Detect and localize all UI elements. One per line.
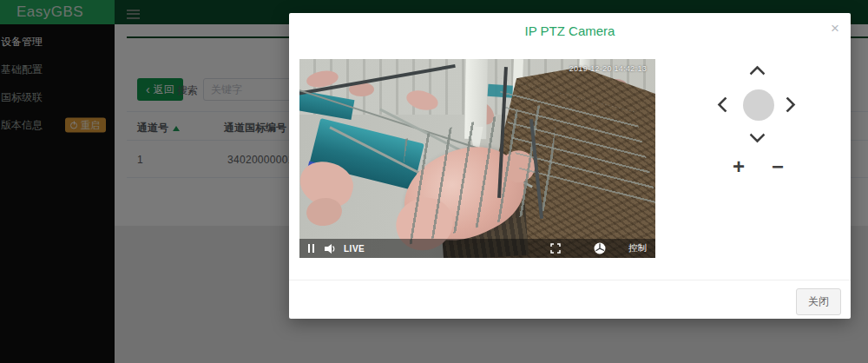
ptz-left-icon[interactable] [717,96,733,112]
ptz-camera-dialog: IP PTZ Camera × [289,13,851,319]
ptz-up-icon[interactable] [749,65,765,81]
dialog-title: IP PTZ Camera [289,13,851,38]
zoom-in-button[interactable]: + [727,156,751,177]
ptz-right-icon[interactable] [779,96,795,112]
ptz-center-knob[interactable] [743,89,774,121]
camera-scene: 2019-12-20 14:42:13 [299,59,655,258]
live-label: LIVE [344,244,365,254]
volume-icon[interactable] [325,244,336,254]
close-icon[interactable]: × [831,21,839,36]
player-control-bar: LIVE 控制 [299,239,655,258]
fullscreen-icon[interactable] [550,243,561,254]
footer-divider [289,280,851,280]
ptz-down-icon[interactable] [749,127,765,142]
snapshot-icon[interactable] [594,242,606,254]
camera-timestamp-osd: 2019-12-20 14:42:13 [569,64,647,73]
video-player[interactable]: 2019-12-20 14:42:13 LIVE 控制 [299,59,655,258]
dialog-close-button[interactable]: 关闭 [796,288,841,315]
zoom-out-button[interactable]: − [766,156,790,177]
pause-icon[interactable] [308,244,314,253]
control-toggle-label[interactable]: 控制 [628,242,647,254]
